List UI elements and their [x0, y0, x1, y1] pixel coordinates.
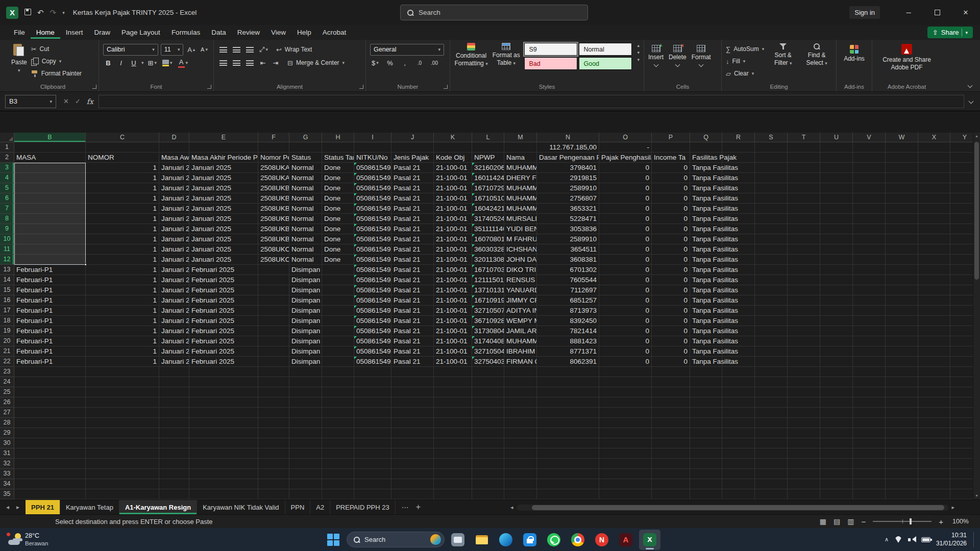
cell-K5[interactable]: 21-100-01 — [434, 183, 472, 193]
cell-V16[interactable] — [853, 295, 886, 306]
cell-Y32[interactable] — [950, 459, 973, 469]
cell-L1[interactable] — [472, 142, 504, 153]
column-header-P[interactable]: P — [652, 133, 690, 142]
row-header-34[interactable]: 34 — [0, 479, 14, 489]
cell-Y17[interactable] — [950, 306, 973, 316]
cell-N3[interactable]: 3798401 — [537, 163, 599, 173]
row-header-30[interactable]: 30 — [0, 438, 14, 448]
cell-T10[interactable] — [788, 234, 820, 244]
cell-C22[interactable]: 1 — [86, 357, 159, 367]
cell-G17[interactable]: Disimpan — [289, 306, 322, 316]
cell-J17[interactable]: Pasal 21 — [391, 306, 434, 316]
cell-C9[interactable]: 1 — [86, 224, 159, 234]
cell-T35[interactable] — [788, 489, 820, 499]
menu-tab-page-layout[interactable]: Page Layout — [116, 26, 166, 39]
cell-I29[interactable] — [354, 428, 391, 438]
cell-Y9[interactable] — [950, 224, 973, 234]
cell-H23[interactable] — [322, 367, 354, 377]
cell-E23[interactable] — [189, 367, 258, 377]
cell-U10[interactable] — [820, 234, 853, 244]
paste-button[interactable]: Paste▾ — [11, 43, 27, 74]
cell-L34[interactable] — [472, 479, 504, 489]
cell-T26[interactable] — [788, 397, 820, 408]
cell-O4[interactable]: 0 — [599, 173, 652, 183]
cell-G29[interactable] — [289, 428, 322, 438]
cell-P35[interactable] — [652, 489, 690, 499]
cell-P22[interactable]: 0 — [652, 357, 690, 367]
cell-S5[interactable] — [755, 183, 788, 193]
cell-F4[interactable]: 2508UKAX — [258, 173, 289, 183]
cell-Y12[interactable] — [950, 255, 973, 265]
cell-O29[interactable] — [599, 428, 652, 438]
cell-M27[interactable] — [504, 408, 537, 418]
bold-button[interactable]: B — [103, 58, 113, 68]
cell-X21[interactable] — [918, 346, 950, 357]
cell-O19[interactable]: 0 — [599, 326, 652, 336]
cell-V18[interactable] — [853, 316, 886, 326]
cell-N29[interactable] — [537, 428, 599, 438]
cell-Y13[interactable] — [950, 265, 973, 275]
cell-J29[interactable] — [391, 428, 434, 438]
cell-I11[interactable]: 050861549 — [354, 244, 391, 255]
cell-H29[interactable] — [322, 428, 354, 438]
cell-B26[interactable] — [14, 397, 86, 408]
insert-function-icon[interactable]: fx — [87, 97, 93, 106]
cell-M23[interactable] — [504, 367, 537, 377]
cell-H4[interactable]: Done — [322, 173, 354, 183]
borders-icon[interactable]: ⊞▾ — [146, 58, 158, 68]
cell-S22[interactable] — [755, 357, 788, 367]
cell-P11[interactable]: 0 — [652, 244, 690, 255]
cell-P16[interactable]: 0 — [652, 295, 690, 306]
cell-L3[interactable]: 321602060 — [472, 163, 504, 173]
cell-X20[interactable] — [918, 336, 950, 346]
cell-C35[interactable] — [86, 489, 159, 499]
vertical-scrollbar[interactable]: ▴ ▾ — [973, 133, 980, 499]
cell-D20[interactable]: Januari 2025 — [159, 336, 189, 346]
cell-R34[interactable] — [722, 479, 755, 489]
cell-Q10[interactable]: Tanpa Fasilitas — [690, 234, 722, 244]
cell-style-normal[interactable]: Normal — [579, 43, 632, 56]
cell-Y16[interactable] — [950, 295, 973, 306]
cell-F20[interactable] — [258, 336, 289, 346]
cell-K25[interactable] — [434, 387, 472, 397]
cell-J23[interactable] — [391, 367, 434, 377]
cell-O31[interactable] — [599, 448, 652, 459]
cell-I33[interactable] — [354, 469, 391, 479]
gallery-down-icon[interactable]: ▾ — [637, 50, 640, 55]
sort-filter-button[interactable]: Sort & Filter ▾ — [768, 43, 798, 67]
cell-F12[interactable]: 2508UKC5 — [258, 255, 289, 265]
scroll-up-icon[interactable]: ▴ — [973, 133, 980, 140]
cell-style-bad[interactable]: Bad — [524, 57, 577, 70]
row-header-33[interactable]: 33 — [0, 469, 14, 479]
cell-S32[interactable] — [755, 459, 788, 469]
cell-K2[interactable]: Kode Obj — [434, 153, 472, 163]
cell-K33[interactable] — [434, 469, 472, 479]
cell-T18[interactable] — [788, 316, 820, 326]
number-dialog-launcher-icon[interactable] — [444, 85, 448, 89]
cell-H2[interactable]: Status Tan — [322, 153, 354, 163]
increase-font-icon[interactable]: A▴ — [186, 44, 197, 55]
clipboard-dialog-launcher-icon[interactable] — [92, 85, 96, 89]
cell-G21[interactable]: Disimpan — [289, 346, 322, 357]
cell-J28[interactable] — [391, 418, 434, 428]
cell-J18[interactable]: Pasal 21 — [391, 316, 434, 326]
cell-K7[interactable]: 21-100-01 — [434, 204, 472, 214]
row-header-18[interactable]: 18 — [0, 316, 14, 326]
cell-Q21[interactable]: Tanpa Fasilitas — [690, 346, 722, 357]
cell-F29[interactable] — [258, 428, 289, 438]
cell-Q20[interactable]: Tanpa Fasilitas — [690, 336, 722, 346]
column-header-I[interactable]: I — [354, 133, 391, 142]
cell-F14[interactable] — [258, 275, 289, 285]
cell-Y28[interactable] — [950, 418, 973, 428]
show-desktop-button[interactable] — [973, 532, 975, 547]
cell-I6[interactable]: 050861549 — [354, 193, 391, 204]
cell-M10[interactable]: M FAHRUL — [504, 234, 537, 244]
cell-P8[interactable]: 0 — [652, 214, 690, 224]
cell-G14[interactable]: Disimpan — [289, 275, 322, 285]
menu-tab-view[interactable]: View — [265, 26, 291, 39]
cell-R30[interactable] — [722, 438, 755, 448]
cell-V1[interactable] — [853, 142, 886, 153]
cell-G2[interactable]: Status — [289, 153, 322, 163]
wifi-icon[interactable] — [894, 536, 902, 543]
cell-X12[interactable] — [918, 255, 950, 265]
